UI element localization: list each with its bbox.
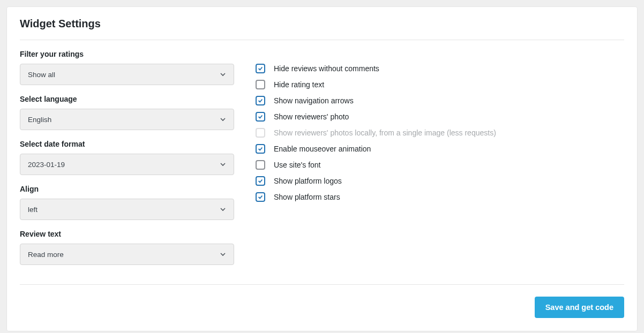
field-align: Align left — [20, 185, 234, 220]
select-filter-ratings[interactable]: Show all — [20, 64, 234, 85]
label-review-text: Review text — [20, 230, 234, 238]
checkbox-label: Show reviewers' photos locally, from a s… — [274, 128, 496, 137]
checkbox-hide-no-comments[interactable] — [256, 64, 265, 73]
checkbox-label[interactable]: Show platform logos — [274, 177, 342, 185]
check-row-show-photos-local: Show reviewers' photos locally, from a s… — [256, 127, 624, 139]
check-row-use-site-font: Use site's font — [256, 159, 624, 171]
checkbox-label[interactable]: Show reviewers' photo — [274, 112, 349, 121]
label-filter-ratings: Filter your ratings — [20, 50, 234, 58]
check-row-mouseover-anim: Enable mouseover animation — [256, 143, 624, 155]
check-row-hide-rating-text: Hide rating text — [256, 79, 624, 90]
checkbox-show-nav-arrows[interactable] — [256, 96, 265, 105]
label-date-format: Select date format — [20, 140, 234, 148]
checkbox-label[interactable]: Hide rating text — [274, 80, 324, 89]
column-left: Filter your ratings Show all Select lang… — [20, 50, 234, 275]
field-date-format: Select date format 2023-01-19 — [20, 140, 234, 175]
check-row-show-platform-logos: Show platform logos — [256, 175, 624, 187]
checkbox-label[interactable]: Use site's font — [274, 161, 321, 169]
label-align: Align — [20, 185, 234, 193]
select-review-text[interactable]: Read more — [20, 244, 234, 265]
select-language[interactable]: English — [20, 109, 234, 130]
footer: Save and get code — [20, 297, 624, 318]
chevron-down-icon — [220, 116, 226, 123]
checkbox-label[interactable]: Hide reviews without comments — [274, 64, 379, 73]
widget-settings-panel: Widget Settings Filter your ratings Show… — [6, 6, 638, 331]
checkbox-label[interactable]: Show navigation arrows — [274, 96, 354, 105]
checkbox-show-platform-stars[interactable] — [256, 192, 265, 202]
divider-bottom — [20, 284, 624, 285]
select-value-align: left — [28, 206, 220, 214]
checkbox-label[interactable]: Enable mouseover animation — [274, 145, 371, 153]
checkbox-use-site-font[interactable] — [256, 160, 265, 170]
chevron-down-icon — [220, 206, 226, 213]
check-row-show-reviewer-photo: Show reviewers' photo — [256, 111, 624, 123]
chevron-down-icon — [220, 251, 226, 258]
select-value-language: English — [28, 116, 220, 124]
select-value-review: Read more — [28, 251, 220, 259]
panel-title: Widget Settings — [20, 18, 624, 35]
save-and-get-code-button[interactable]: Save and get code — [535, 297, 624, 318]
column-right: Hide reviews without comments Hide ratin… — [256, 50, 624, 275]
field-filter-ratings: Filter your ratings Show all — [20, 50, 234, 85]
field-language: Select language English — [20, 95, 234, 130]
divider-top — [20, 40, 624, 40]
checkbox-mouseover-anim[interactable] — [256, 144, 265, 154]
checkbox-show-reviewer-photo[interactable] — [256, 112, 265, 122]
checkbox-label[interactable]: Show platform stars — [274, 193, 340, 201]
check-row-hide-no-comments: Hide reviews without comments — [256, 63, 624, 74]
check-row-show-nav-arrows: Show navigation arrows — [256, 95, 624, 107]
field-review-text: Review text Read more — [20, 230, 234, 265]
checkbox-hide-rating-text[interactable] — [256, 80, 265, 89]
checkbox-show-platform-logos[interactable] — [256, 176, 265, 186]
settings-columns: Filter your ratings Show all Select lang… — [20, 50, 624, 275]
check-row-show-platform-stars: Show platform stars — [256, 191, 624, 203]
select-align[interactable]: left — [20, 199, 234, 220]
label-language: Select language — [20, 95, 234, 103]
select-value-filter: Show all — [28, 71, 220, 79]
select-date-format[interactable]: 2023-01-19 — [20, 154, 234, 175]
checkbox-show-photos-local — [256, 128, 265, 138]
select-value-date: 2023-01-19 — [28, 161, 220, 169]
chevron-down-icon — [220, 71, 226, 78]
chevron-down-icon — [220, 161, 226, 168]
